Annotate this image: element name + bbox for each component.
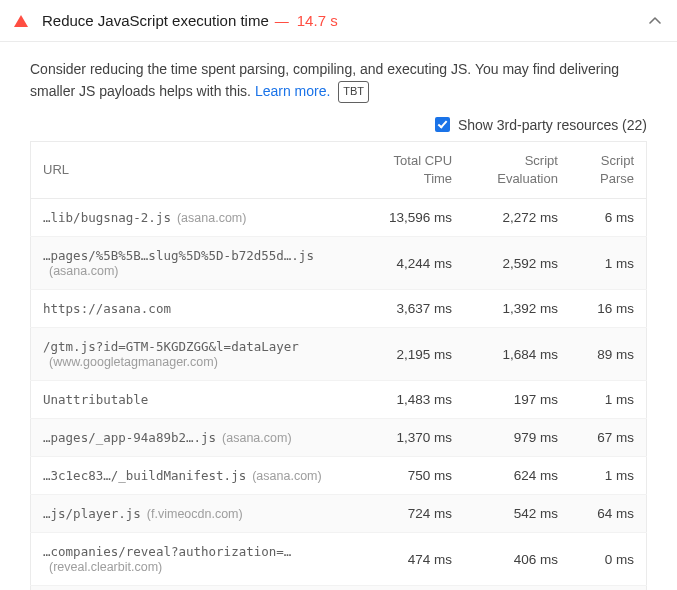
cell-cpu: 1,483 ms: [355, 381, 464, 419]
url-domain: (asana.com): [49, 264, 118, 278]
cell-parse: 0 ms: [570, 533, 647, 586]
url-cell: /gtm.js?id=GTM-5KGDZGG&l=dataLayer(www.g…: [31, 328, 356, 381]
table-row: …6.31.0/otBannerSdk.js(cdn.cookielaw.org…: [31, 586, 647, 590]
url-domain: (asana.com): [177, 211, 246, 225]
table-row: /gtm.js?id=GTM-5KGDZGG&l=dataLayer(www.g…: [31, 328, 647, 381]
third-party-toggle-row: Show 3rd-party resources (22): [30, 117, 647, 133]
cell-cpu: 2,195 ms: [355, 328, 464, 381]
fail-triangle-icon: [14, 15, 28, 27]
cell-cpu: 750 ms: [355, 457, 464, 495]
cell-cpu: 13,596 ms: [355, 199, 464, 237]
cell-eval: 1,392 ms: [464, 290, 570, 328]
table-row: …lib/bugsnag-2.js(asana.com)13,596 ms2,2…: [31, 199, 647, 237]
url-cell: …pages/%5B%5B…slug%5D%5D-b72d55d….js(asa…: [31, 237, 356, 290]
third-party-label: Show 3rd-party resources (22): [458, 117, 647, 133]
url-cell: …pages/_app-94a89b2….js(asana.com): [31, 419, 356, 457]
col-url: URL: [31, 141, 356, 198]
audit-body: Consider reducing the time spent parsing…: [0, 42, 677, 590]
cell-parse: 34 ms: [570, 586, 647, 590]
cell-eval: 624 ms: [464, 457, 570, 495]
cell-eval: 406 ms: [464, 533, 570, 586]
results-table: URL Total CPUTime ScriptEvaluation Scrip…: [30, 141, 647, 590]
table-row: https://asana.com3,637 ms1,392 ms16 ms: [31, 290, 647, 328]
table-row: …companies/reveal?authorization=…(reveal…: [31, 533, 647, 586]
url-domain: (www.googletagmanager.com): [49, 355, 218, 369]
cell-cpu: 434 ms: [355, 586, 464, 590]
url-cell: …3c1ec83…/_buildManifest.js(asana.com): [31, 457, 356, 495]
dash: —: [275, 13, 289, 29]
col-cpu: Total CPUTime: [355, 141, 464, 198]
cell-eval: 197 ms: [464, 381, 570, 419]
cell-eval: 2,272 ms: [464, 199, 570, 237]
url-domain: (f.vimeocdn.com): [147, 507, 243, 521]
url-path: …companies/reveal?authorization=…: [43, 544, 291, 559]
cell-cpu: 474 ms: [355, 533, 464, 586]
learn-more-link[interactable]: Learn more.: [255, 83, 330, 99]
cell-eval: 979 ms: [464, 419, 570, 457]
cell-eval: 1,684 ms: [464, 328, 570, 381]
url-domain: (reveal.clearbit.com): [49, 560, 162, 574]
url-path: …pages/_app-94a89b2….js: [43, 430, 216, 445]
table-row: …pages/_app-94a89b2….js(asana.com)1,370 …: [31, 419, 647, 457]
cell-cpu: 3,637 ms: [355, 290, 464, 328]
chevron-up-icon: [649, 15, 661, 27]
cell-parse: 64 ms: [570, 495, 647, 533]
cell-eval: 269 ms: [464, 586, 570, 590]
table-row: …3c1ec83…/_buildManifest.js(asana.com)75…: [31, 457, 647, 495]
url-domain: (asana.com): [252, 469, 321, 483]
table-row: …js/player.js(f.vimeocdn.com)724 ms542 m…: [31, 495, 647, 533]
table-row: Unattributable1,483 ms197 ms1 ms: [31, 381, 647, 419]
url-cell: …companies/reveal?authorization=…(reveal…: [31, 533, 356, 586]
audit-panel: Reduce JavaScript execution time — 14.7 …: [0, 0, 677, 590]
url-cell: …6.31.0/otBannerSdk.js(cdn.cookielaw.org…: [31, 586, 356, 590]
cell-cpu: 4,244 ms: [355, 237, 464, 290]
cell-eval: 2,592 ms: [464, 237, 570, 290]
url-path: …js/player.js: [43, 506, 141, 521]
cell-parse: 1 ms: [570, 457, 647, 495]
tbt-badge: TBT: [338, 81, 369, 103]
url-path: …pages/%5B%5B…slug%5D%5D-b72d55d….js: [43, 248, 314, 263]
table-header-row: URL Total CPUTime ScriptEvaluation Scrip…: [31, 141, 647, 198]
url-path: Unattributable: [43, 392, 148, 407]
cell-cpu: 724 ms: [355, 495, 464, 533]
url-path: …3c1ec83…/_buildManifest.js: [43, 468, 246, 483]
url-cell: https://asana.com: [31, 290, 356, 328]
url-cell: …js/player.js(f.vimeocdn.com): [31, 495, 356, 533]
audit-time: 14.7 s: [297, 12, 338, 29]
table-row: …pages/%5B%5B…slug%5D%5D-b72d55d….js(asa…: [31, 237, 647, 290]
audit-title: Reduce JavaScript execution time: [42, 12, 269, 29]
cell-cpu: 1,370 ms: [355, 419, 464, 457]
cell-parse: 67 ms: [570, 419, 647, 457]
url-cell: …lib/bugsnag-2.js(asana.com): [31, 199, 356, 237]
audit-description: Consider reducing the time spent parsing…: [30, 58, 647, 103]
url-path: …lib/bugsnag-2.js: [43, 210, 171, 225]
col-eval: ScriptEvaluation: [464, 141, 570, 198]
cell-eval: 542 ms: [464, 495, 570, 533]
cell-parse: 1 ms: [570, 237, 647, 290]
cell-parse: 6 ms: [570, 199, 647, 237]
col-parse: ScriptParse: [570, 141, 647, 198]
url-path: https://asana.com: [43, 301, 171, 316]
third-party-checkbox[interactable]: [435, 117, 450, 132]
url-path: /gtm.js?id=GTM-5KGDZGG&l=dataLayer: [43, 339, 299, 354]
audit-header[interactable]: Reduce JavaScript execution time — 14.7 …: [0, 0, 677, 42]
cell-parse: 89 ms: [570, 328, 647, 381]
url-cell: Unattributable: [31, 381, 356, 419]
cell-parse: 16 ms: [570, 290, 647, 328]
url-domain: (asana.com): [222, 431, 291, 445]
cell-parse: 1 ms: [570, 381, 647, 419]
